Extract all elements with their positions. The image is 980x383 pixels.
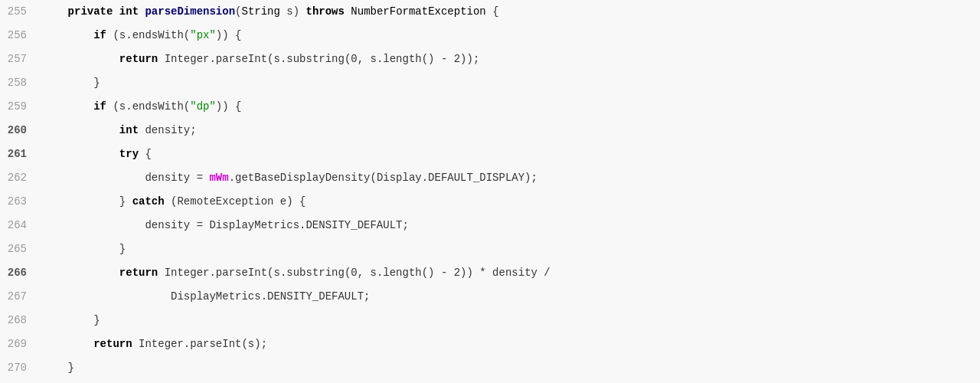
code-line-261: 261 try { <box>0 142 980 166</box>
line-content-270: } <box>42 356 980 380</box>
code-line-270: 270 } <box>0 356 980 380</box>
line-content-259: if (s.endsWith("dp")) { <box>42 95 980 119</box>
line-content-260: int density; <box>42 119 980 142</box>
code-line-256: 256 if (s.endsWith("px")) { <box>0 24 980 47</box>
line-content-267: DisplayMetrics.DENSITY_DEFAULT; <box>42 285 980 309</box>
code-line-263: 263 } catch (RemoteException e) { <box>0 190 980 214</box>
line-number-271: 271 <box>0 380 42 383</box>
line-number-261: 261 <box>0 142 42 166</box>
line-content-256: if (s.endsWith("px")) { <box>42 24 980 47</box>
line-content-263: } catch (RemoteException e) { <box>42 190 980 214</box>
code-line-259: 259 if (s.endsWith("dp")) { <box>0 95 980 119</box>
line-number-262: 262 <box>0 166 42 190</box>
code-line-265: 265 } <box>0 237 980 261</box>
line-number-257: 257 <box>0 47 42 71</box>
line-number-265: 265 <box>0 237 42 261</box>
line-number-256: 256 <box>0 24 42 47</box>
line-content-261: try { <box>42 142 980 166</box>
line-number-260: 260 <box>0 119 42 142</box>
code-line-255: 255 private int parseDimension(String s)… <box>0 0 980 24</box>
line-content-258: } <box>42 71 980 95</box>
line-number-270: 270 <box>0 356 42 380</box>
line-content-266: return Integer.parseInt(s.substring(0, s… <box>42 261 980 285</box>
code-line-267: 267 DisplayMetrics.DENSITY_DEFAULT; <box>0 285 980 309</box>
line-number-266: 266 <box>0 261 42 285</box>
line-content-255: private int parseDimension(String s) thr… <box>42 0 980 24</box>
line-number-269: 269 <box>0 332 42 356</box>
line-number-268: 268 <box>0 309 42 332</box>
code-line-258: 258 } <box>0 71 980 95</box>
line-content-257: return Integer.parseInt(s.substring(0, s… <box>42 47 980 71</box>
code-line-264: 264 density = DisplayMetrics.DENSITY_DEF… <box>0 214 980 237</box>
line-content-271: } <box>42 380 980 383</box>
code-line-262: 262 density = mWm.getBaseDisplayDensity(… <box>0 166 980 190</box>
line-content-264: density = DisplayMetrics.DENSITY_DEFAULT… <box>42 214 980 237</box>
code-line-266: 266 return Integer.parseInt(s.substring(… <box>0 261 980 285</box>
line-number-255: 255 <box>0 0 42 24</box>
code-line-257: 257 return Integer.parseInt(s.substring(… <box>0 47 980 71</box>
line-number-263: 263 <box>0 190 42 214</box>
code-editor: 255 private int parseDimension(String s)… <box>0 0 980 383</box>
code-line-268: 268 } <box>0 309 980 332</box>
code-line-260: 260 int density; <box>0 119 980 142</box>
line-content-262: density = mWm.getBaseDisplayDensity(Disp… <box>42 166 980 190</box>
line-number-264: 264 <box>0 214 42 237</box>
line-content-265: } <box>42 237 980 261</box>
line-content-269: return Integer.parseInt(s); <box>42 332 980 356</box>
line-number-258: 258 <box>0 71 42 95</box>
code-line-271: 271 } <box>0 380 980 383</box>
line-number-267: 267 <box>0 285 42 309</box>
line-number-259: 259 <box>0 95 42 119</box>
code-line-269: 269 return Integer.parseInt(s); <box>0 332 980 356</box>
line-content-268: } <box>42 309 980 332</box>
